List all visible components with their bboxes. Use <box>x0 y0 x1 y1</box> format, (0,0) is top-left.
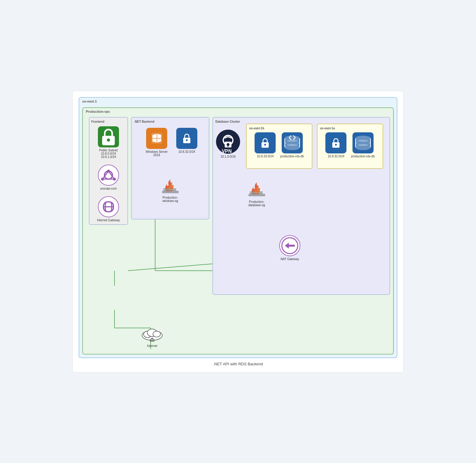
db-sg-icon <box>246 178 267 199</box>
rds-1b-icon <box>282 132 303 153</box>
nat-gateway-icon <box>279 235 300 256</box>
rds-1a-icon <box>352 132 374 153</box>
net-backend-box: .NET Backend Win <box>131 117 209 219</box>
az-1b-label: us-east-1b <box>249 127 309 130</box>
diagram-title: .NET API with RDS Backend <box>79 362 397 366</box>
windows-server-label: Windows Server 2019 <box>143 150 170 157</box>
svg-point-60 <box>153 331 161 337</box>
svg-rect-52 <box>249 194 265 196</box>
yourapi-wrap: yourapi-com <box>91 165 126 190</box>
internet-icon <box>140 325 164 343</box>
public-subnet-label: Public Subnet10.8.0.0/2410.8.1.0/24 <box>99 149 118 159</box>
vpn-label: 10.1.0.0/16 <box>221 155 236 158</box>
region-label: us-east-1 <box>82 99 97 103</box>
subnet-33-label: 10.8.33.0/24 <box>257 155 274 158</box>
svg-point-18 <box>107 138 110 142</box>
region-box: us-east-1 Production-vpc <box>79 97 397 358</box>
subnet-33-icon <box>255 132 276 153</box>
rds-1b-wrap: production-rds-db <box>280 132 304 158</box>
subnet-32-label: 10.8.32.0/24 <box>178 150 195 153</box>
db-sg-label: Production-database-sg <box>243 200 270 207</box>
public-subnet-icon <box>98 126 119 147</box>
igw-label: Internet Gateway <box>97 219 120 222</box>
subnet-32-1a-label: 10.8.32.0/24 <box>328 155 345 158</box>
svg-point-39 <box>264 144 266 146</box>
subnet-33-wrap: 10.8.33.0/24 <box>255 132 276 158</box>
svg-point-25 <box>113 178 116 181</box>
database-cluster-box: Database Cluster VPN <box>212 117 390 295</box>
frontend-label: Frontend <box>91 120 126 123</box>
frontend-box: Frontend Public Subnet10.8.0.0/2410.8.1.… <box>89 117 128 225</box>
svg-rect-27 <box>152 133 162 143</box>
svg-text:VPN: VPN <box>222 148 232 153</box>
svg-point-29 <box>186 139 188 141</box>
windows-sg-icon <box>160 175 181 196</box>
rds-1a-wrap: production-rds-db <box>351 132 374 158</box>
igw-icon <box>98 196 119 217</box>
yourapi-icon <box>98 165 119 186</box>
vpn-icon: VPN <box>216 130 240 154</box>
subnet-32-1a-icon <box>325 132 346 153</box>
svg-point-42 <box>285 144 299 150</box>
yourapi-label: yourapi-com <box>100 187 117 190</box>
vpc-box: Production-vpc <box>82 107 394 354</box>
nat-gateway-label: NAT Gateway <box>280 257 299 261</box>
vpn-wrap: VPN 10.1.0.0/16 <box>216 130 240 158</box>
windows-sg-label: Production-windows-sg <box>157 196 184 203</box>
svg-point-24 <box>101 178 104 181</box>
subnet-32-1a-wrap: 10.8.32.0/24 <box>325 132 346 158</box>
internet-wrap: Internet <box>140 325 164 348</box>
db-sg-wrap: Production-database-sg <box>243 178 270 207</box>
svg-rect-30 <box>162 191 179 193</box>
igw-wrap: Internet Gateway <box>91 196 126 222</box>
rds-1a-label: production-rds-db <box>351 155 374 158</box>
subnet-32-wrap: 10.8.32.0/24 <box>176 128 197 157</box>
az-1a-label: us-east-1a <box>320 127 380 130</box>
subnet-32-icon <box>176 128 197 149</box>
windows-server-wrap: Windows Server 2019 <box>143 128 170 157</box>
database-cluster-label: Database Cluster <box>215 120 387 123</box>
svg-point-23 <box>107 169 110 172</box>
rds-1b-label: production-rds-db <box>280 155 304 158</box>
diagram-wrapper: us-east-1 Production-vpc <box>72 91 404 373</box>
public-subnet-wrap: Public Subnet10.8.0.0/2410.8.1.0/24 <box>91 126 126 159</box>
vpc-label: Production-vpc <box>86 110 110 113</box>
az-1a-box: us-east-1a 10.8.32.0/24 <box>317 124 383 169</box>
nat-gateway-wrap: NAT Gateway <box>279 235 300 261</box>
internet-label: Internet <box>147 344 157 348</box>
svg-point-49 <box>355 144 370 150</box>
az-1b-box: us-east-1b 10.8.33.0/24 <box>246 124 312 169</box>
net-backend-label: .NET Backend <box>134 120 206 123</box>
svg-point-46 <box>335 144 337 146</box>
windows-server-icon <box>146 128 167 149</box>
